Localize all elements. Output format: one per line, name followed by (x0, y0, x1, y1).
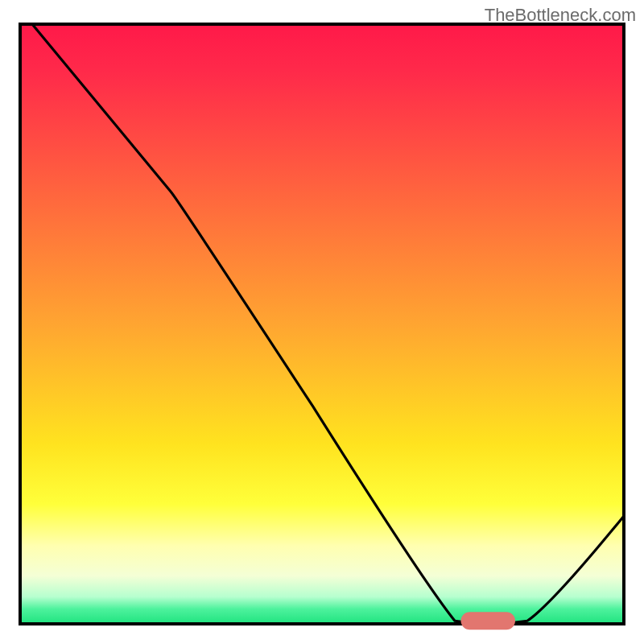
sweet-spot-marker (461, 612, 516, 630)
chart-container: TheBottleneck.com (0, 0, 644, 644)
attribution-text: TheBottleneck.com (485, 5, 636, 26)
bottleneck-chart (0, 0, 644, 644)
plot-background (20, 24, 624, 624)
